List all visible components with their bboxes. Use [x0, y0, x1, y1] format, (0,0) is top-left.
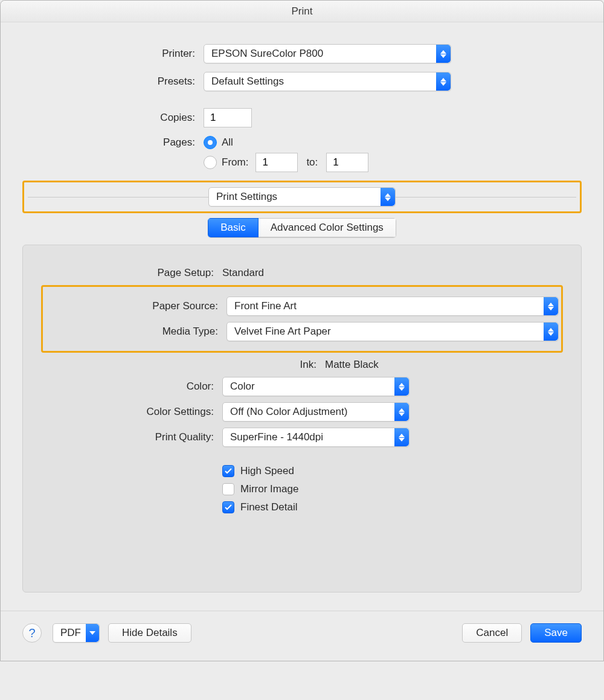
chevron-up-down-icon: [394, 403, 409, 421]
color-settings-label: Color Settings:: [41, 406, 222, 418]
page-setup-label: Page Setup:: [41, 267, 222, 279]
chevron-up-down-icon: [436, 45, 451, 63]
paper-media-highlight: Paper Source: Front Fine Art Media Type:…: [41, 285, 563, 353]
pages-range-radio[interactable]: [204, 156, 217, 169]
chevron-up-down-icon: [544, 297, 558, 315]
section-highlight: Print Settings: [22, 181, 582, 213]
media-type-value: Velvet Fine Art Paper: [234, 326, 331, 338]
tab-advanced[interactable]: Advanced Color Settings: [259, 218, 396, 237]
color-settings-value: Off (No Color Adjustment): [230, 406, 347, 418]
finest-detail-checkbox[interactable]: [222, 501, 234, 513]
pdf-menu[interactable]: PDF: [53, 623, 100, 643]
svg-marker-5: [385, 197, 391, 201]
window-title: Print: [1, 1, 603, 22]
svg-marker-13: [399, 413, 405, 416]
presets-select[interactable]: Default Settings: [204, 72, 451, 91]
copies-label: Copies:: [22, 112, 204, 124]
print-quality-value: SuperFine - 1440dpi: [230, 431, 323, 443]
from-input[interactable]: [255, 153, 298, 172]
svg-marker-14: [399, 434, 405, 437]
chevron-up-down-icon: [544, 323, 558, 341]
pages-label: Pages:: [22, 136, 204, 149]
svg-marker-1: [440, 54, 446, 58]
print-dialog: Print Printer: EPSON SureColor P800 Pres…: [0, 0, 604, 661]
settings-tabs: Basic Advanced Color Settings: [208, 218, 396, 237]
to-label: to:: [306, 156, 318, 169]
presets-value: Default Settings: [211, 75, 284, 88]
mirror-image-checkbox[interactable]: [222, 483, 234, 495]
help-button[interactable]: ?: [22, 623, 42, 643]
paper-source-value: Front Fine Art: [234, 300, 297, 312]
media-type-select[interactable]: Velvet Fine Art Paper: [226, 322, 559, 341]
presets-label: Presets:: [22, 75, 204, 88]
color-settings-select[interactable]: Off (No Color Adjustment): [222, 402, 410, 422]
svg-marker-11: [399, 387, 405, 391]
section-select[interactable]: Print Settings: [208, 187, 396, 207]
svg-marker-16: [89, 631, 95, 635]
color-select[interactable]: Color: [222, 377, 410, 396]
print-quality-select[interactable]: SuperFine - 1440dpi: [222, 428, 410, 447]
help-icon: ?: [28, 626, 35, 640]
tab-basic[interactable]: Basic: [208, 218, 259, 237]
high-speed-checkbox[interactable]: [222, 465, 234, 477]
page-setup-value: Standard: [222, 267, 264, 279]
finest-detail-label: Finest Detail: [240, 501, 297, 513]
svg-marker-15: [399, 438, 405, 442]
chevron-up-down-icon: [436, 72, 451, 91]
pages-all-radio[interactable]: [204, 136, 217, 149]
paper-source-select[interactable]: Front Fine Art: [226, 297, 559, 316]
printer-value: EPSON SureColor P800: [211, 48, 323, 60]
color-label: Color:: [41, 381, 222, 393]
svg-marker-2: [440, 78, 446, 82]
to-input[interactable]: [326, 153, 368, 172]
svg-marker-7: [548, 307, 554, 310]
svg-marker-4: [385, 193, 391, 197]
copies-input[interactable]: [204, 108, 252, 127]
svg-marker-3: [440, 82, 446, 86]
svg-marker-10: [399, 383, 405, 387]
ink-value: Matte Black: [325, 359, 379, 371]
cancel-button[interactable]: Cancel: [462, 623, 522, 643]
svg-marker-12: [399, 408, 405, 412]
chevron-up-down-icon: [394, 428, 409, 446]
from-label: From:: [222, 156, 248, 169]
high-speed-label: High Speed: [240, 465, 294, 477]
chevron-up-down-icon: [394, 377, 409, 396]
pdf-label: PDF: [60, 627, 81, 639]
dialog-footer: ? PDF Hide Details Cancel Save: [1, 611, 603, 661]
svg-marker-9: [548, 332, 554, 336]
color-value: Color: [230, 381, 255, 393]
section-value: Print Settings: [216, 191, 277, 203]
print-quality-label: Print Quality:: [41, 431, 222, 443]
media-type-label: Media Type:: [45, 326, 226, 338]
svg-marker-0: [440, 50, 446, 54]
hide-details-button[interactable]: Hide Details: [108, 623, 191, 643]
svg-marker-8: [548, 328, 554, 332]
printer-select[interactable]: EPSON SureColor P800: [204, 44, 451, 63]
mirror-image-label: Mirror Image: [240, 483, 298, 495]
pages-all-label: All: [222, 136, 233, 149]
print-settings-panel: Page Setup: Standard Paper Source: Front…: [22, 245, 582, 592]
svg-marker-6: [548, 303, 554, 306]
paper-source-label: Paper Source:: [45, 300, 226, 312]
chevron-up-down-icon: [381, 188, 395, 206]
chevron-down-icon: [86, 624, 99, 642]
ink-label: Ink:: [41, 359, 325, 371]
save-button[interactable]: Save: [530, 623, 582, 643]
printer-label: Printer:: [22, 48, 204, 60]
